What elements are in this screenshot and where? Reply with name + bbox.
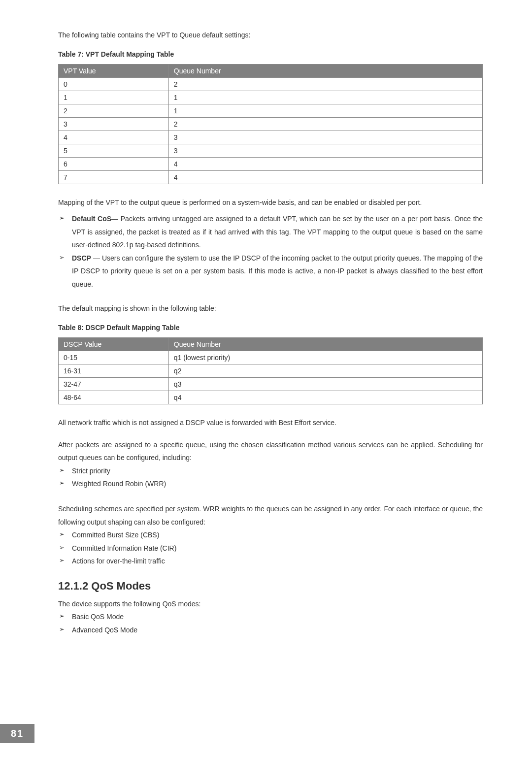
cell-queue: 3 — [168, 144, 482, 158]
cell-dscp: 48-64 — [59, 391, 169, 404]
table-row: 16-31 q2 — [59, 364, 483, 377]
table8-caption: Table 8: DSCP Default Mapping Table — [58, 324, 483, 331]
table-row: 3 2 — [59, 118, 483, 131]
table7-header-queue: Queue Number — [168, 65, 482, 78]
paragraph-device-supports: The device supports the following QoS mo… — [58, 597, 483, 611]
bullet-list-4: Basic QoS ModeAdvanced QoS Mode — [58, 610, 483, 636]
term-bold: DSCP — [72, 254, 91, 262]
table8-header-dscp: DSCP Value — [59, 337, 169, 351]
table7-caption: Table 7: VPT Default Mapping Table — [58, 50, 483, 58]
table-row: 4 3 — [59, 131, 483, 144]
page-content: The following table contains the VPT to … — [0, 0, 532, 637]
list-item: Committed Information Rate (CIR) — [58, 542, 483, 555]
table8-body: 0-15 q1 (lowest priority) 16-31 q2 32-47… — [59, 351, 483, 404]
cell-vpt: 3 — [59, 118, 169, 131]
cell-queue: 4 — [168, 158, 482, 171]
bullet-list-2: Strict priorityWeighted Round Robin (WRR… — [58, 464, 483, 491]
cell-vpt: 2 — [59, 104, 169, 118]
table-row: 0 2 — [59, 78, 483, 91]
cell-queue: 4 — [168, 171, 482, 184]
paragraph-best-effort: All network traffic which is not assigne… — [58, 416, 483, 429]
list-item: Advanced QoS Mode — [58, 624, 483, 637]
term-bold: Default CoS — [72, 215, 111, 223]
table-row: 7 4 — [59, 171, 483, 184]
table-row: 48-64 q4 — [59, 391, 483, 404]
table-row: 2 1 — [59, 104, 483, 118]
list-item: Weighted Round Robin (WRR) — [58, 477, 483, 491]
cell-queue: q2 — [168, 364, 482, 377]
bullet-list-3: Committed Burst Size (CBS)Committed Info… — [58, 528, 483, 568]
cell-dscp: 0-15 — [59, 351, 169, 364]
term-text: — Users can configure the system to use … — [72, 254, 483, 288]
list-item: Basic QoS Mode — [58, 610, 483, 624]
cell-queue: 3 — [168, 131, 482, 144]
cell-dscp: 32-47 — [59, 377, 169, 391]
mapping-intro-paragraph: Mapping of the VPT to the output queue i… — [58, 196, 483, 209]
table-row: 0-15 q1 (lowest priority) — [59, 351, 483, 364]
paragraph-after-packets: After packets are assigned to a specific… — [58, 438, 483, 464]
table-row: 6 4 — [59, 158, 483, 171]
default-mapping-intro: The default mapping is shown in the foll… — [58, 303, 483, 314]
cell-vpt: 5 — [59, 144, 169, 158]
list-item: Actions for over-the-limit traffic — [58, 555, 483, 568]
cell-queue: 1 — [168, 104, 482, 118]
table-row: 32-47 q3 — [59, 377, 483, 391]
table-header-row: VPT Value Queue Number — [59, 65, 483, 78]
table7-body: 0 2 1 1 2 1 3 2 4 3 5 3 6 4 7 4 — [59, 78, 483, 184]
table-row: 1 1 — [59, 91, 483, 104]
cell-vpt: 1 — [59, 91, 169, 104]
list-item: Committed Burst Size (CBS) — [58, 528, 483, 542]
table-header-row: DSCP Value Queue Number — [59, 337, 483, 351]
cell-queue: q1 (lowest priority) — [168, 351, 482, 364]
table-row: 5 3 — [59, 144, 483, 158]
cell-queue: 2 — [168, 118, 482, 131]
paragraph-scheduling-schemes: Scheduling schemes are specified per sys… — [58, 502, 483, 528]
intro-paragraph-1: The following table contains the VPT to … — [58, 30, 483, 40]
cell-vpt: 0 — [59, 78, 169, 91]
cell-vpt: 6 — [59, 158, 169, 171]
table-vpt-mapping: VPT Value Queue Number 0 2 1 1 2 1 3 2 4… — [58, 64, 483, 184]
cell-queue: 2 — [168, 78, 482, 91]
cell-dscp: 16-31 — [59, 364, 169, 377]
cell-queue: 1 — [168, 91, 482, 104]
cell-queue: q4 — [168, 391, 482, 404]
table7-header-vpt: VPT Value — [59, 65, 169, 78]
bullet-list-1: Default CoS— Packets arriving untagged a… — [58, 212, 483, 291]
cell-queue: q3 — [168, 377, 482, 391]
page-number-badge: 81 — [0, 724, 34, 743]
term-text: — Packets arriving untagged are assigned… — [72, 215, 483, 249]
section-heading-qos-modes: 12.1.2 QoS Modes — [58, 580, 483, 593]
table8-header-queue: Queue Number — [168, 337, 482, 351]
list-item: DSCP — Users can configure the system to… — [58, 252, 483, 291]
table-dscp-mapping: DSCP Value Queue Number 0-15 q1 (lowest … — [58, 337, 483, 404]
list-item: Default CoS— Packets arriving untagged a… — [58, 212, 483, 252]
list-item: Strict priority — [58, 464, 483, 478]
cell-vpt: 7 — [59, 171, 169, 184]
cell-vpt: 4 — [59, 131, 169, 144]
